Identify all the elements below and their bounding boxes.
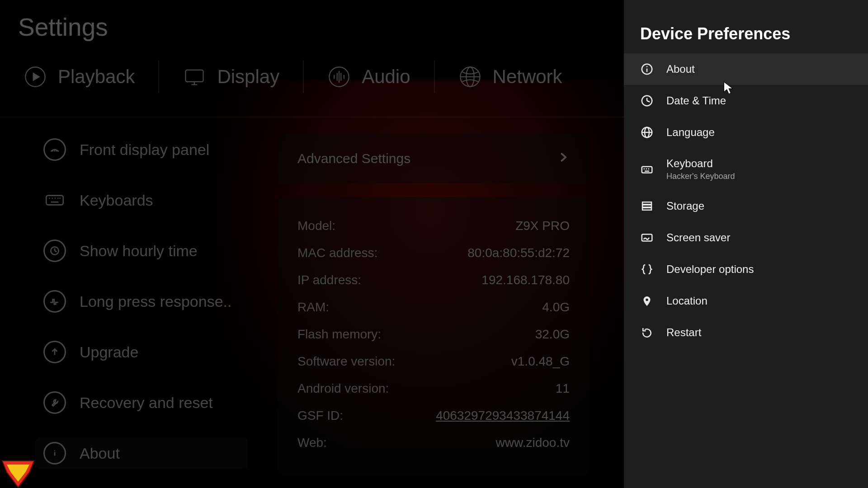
info-label: IP address:	[297, 273, 361, 287]
info-value: 192.168.178.80	[481, 273, 570, 287]
drawer-item-date-time[interactable]: Date & Time	[624, 85, 868, 117]
info-value: Z9X PRO	[515, 219, 570, 233]
sidebar-item-label: About	[80, 445, 120, 462]
clock-icon	[640, 94, 654, 108]
chevron-right-icon	[556, 150, 570, 167]
drawer-item-restart[interactable]: Restart	[624, 317, 868, 348]
location-icon	[640, 294, 654, 308]
sidebar-item-label: Show hourly time	[80, 242, 198, 260]
info-value: www.zidoo.tv	[496, 436, 570, 450]
info-row-ip: IP address: 192.168.178.80	[297, 267, 570, 294]
advanced-settings-label: Advanced Settings	[297, 151, 410, 166]
drawer-item-location[interactable]: Location	[624, 285, 868, 317]
drawer-item-about[interactable]: About	[624, 53, 868, 85]
advanced-settings-row[interactable]: Advanced Settings	[278, 134, 590, 183]
svg-point-48	[646, 299, 648, 301]
tab-display[interactable]: Display	[158, 61, 303, 93]
device-preferences-drawer: Device Preferences About Date & Time Lan…	[624, 0, 868, 488]
sidebar-item-label: Upgrade	[80, 343, 138, 361]
page-title: Settings	[18, 13, 108, 42]
settings-sidebar: Front display panel Keyboards Show hourl…	[35, 134, 248, 469]
wrench-icon	[43, 391, 66, 414]
svg-rect-39	[642, 166, 652, 173]
drawer-item-label: Screen saver	[666, 231, 730, 244]
globe-icon	[640, 126, 654, 139]
info-value: v1.0.48_G	[511, 354, 570, 369]
tab-label: Display	[217, 66, 279, 88]
info-label: GSF ID:	[297, 408, 343, 423]
svg-point-29	[54, 450, 56, 451]
keyboard-icon	[43, 189, 66, 211]
tabs-underline	[0, 117, 624, 117]
info-value: 4.0G	[542, 300, 570, 314]
display-icon	[183, 65, 206, 89]
info-row-mac: MAC address: 80:0a:80:55:d2:72	[297, 239, 570, 267]
drawer-item-language[interactable]: Language	[624, 117, 868, 148]
screensaver-icon	[640, 231, 654, 244]
drawer-item-sublabel: Hacker's Keyboard	[666, 172, 735, 181]
svg-rect-45	[642, 205, 651, 207]
tab-playback[interactable]: Playback	[0, 61, 158, 93]
globe-icon	[458, 65, 482, 89]
sidebar-item-recovery-and-reset[interactable]: Recovery and reset	[35, 387, 248, 418]
info-row-model: Model: Z9X PRO	[297, 212, 570, 239]
info-label: MAC address:	[297, 246, 377, 260]
drawer-item-label: Keyboard	[666, 157, 735, 170]
drawer-item-label: Restart	[666, 326, 701, 339]
settings-tabs: Playback Display Audio Network	[0, 54, 624, 99]
sidebar-item-label: Front display panel	[80, 141, 209, 159]
info-row-ram: RAM: 4.0G	[297, 294, 570, 321]
svg-rect-47	[642, 235, 652, 241]
tab-network[interactable]: Network	[434, 61, 586, 93]
drawer-item-label: Language	[666, 126, 715, 139]
info-label: Android version:	[297, 381, 389, 396]
keyboard-icon	[640, 163, 654, 176]
info-row-gsf-id: GSF ID: 4063297293433874144	[297, 402, 570, 429]
sidebar-item-keyboards[interactable]: Keyboards	[35, 184, 248, 216]
drawer-title: Device Preferences	[624, 24, 868, 53]
drawer-item-developer-options[interactable]: Developer options	[624, 253, 868, 285]
drawer-item-keyboard[interactable]: Keyboard Hacker's Keyboard	[624, 148, 868, 190]
info-value: 32.0G	[535, 327, 570, 342]
info-value: 11	[556, 381, 570, 396]
audio-icon	[327, 65, 351, 89]
info-icon	[43, 442, 66, 465]
sidebar-item-long-press-response[interactable]: Long press response..	[35, 286, 248, 317]
drawer-item-label: Date & Time	[666, 94, 726, 107]
sidebar-item-label: Long press response..	[80, 293, 231, 310]
svg-point-32	[646, 66, 648, 67]
sidebar-item-about[interactable]: About	[35, 437, 248, 469]
svg-marker-1	[33, 72, 40, 81]
tab-label: Network	[493, 66, 562, 88]
app-logo-icon	[0, 456, 36, 488]
braces-icon	[640, 263, 654, 276]
sidebar-item-front-display-panel[interactable]: Front display panel	[35, 134, 248, 165]
sidebar-item-show-hourly-time[interactable]: Show hourly time	[35, 235, 248, 267]
info-row-android-version: Android version: 11	[297, 375, 570, 402]
info-value-link[interactable]: 4063297293433874144	[436, 408, 570, 423]
svg-rect-17	[46, 196, 63, 205]
info-label: Model:	[297, 219, 335, 233]
info-value: 80:0a:80:55:d2:72	[467, 246, 570, 260]
tab-audio[interactable]: Audio	[303, 61, 434, 93]
restart-icon	[640, 326, 654, 339]
info-row-flash: Flash memory: 32.0G	[297, 321, 570, 348]
panel-icon	[43, 138, 66, 161]
info-icon	[640, 62, 654, 76]
svg-rect-2	[186, 70, 203, 82]
info-row-software-version: Software version: v1.0.48_G	[297, 348, 570, 375]
upgrade-icon	[43, 341, 66, 363]
drawer-item-storage[interactable]: Storage	[624, 190, 868, 222]
clock-icon	[43, 239, 66, 262]
svg-rect-46	[642, 208, 651, 210]
storage-icon	[640, 199, 654, 213]
sidebar-item-label: Recovery and reset	[80, 394, 213, 412]
drawer-item-label: Developer options	[666, 263, 754, 276]
drawer-item-screen-saver[interactable]: Screen saver	[624, 222, 868, 253]
drawer-item-label: About	[666, 63, 695, 75]
tab-label: Audio	[362, 66, 410, 88]
info-label: Software version:	[297, 354, 395, 369]
drawer-item-label: Storage	[666, 200, 704, 212]
sidebar-item-upgrade[interactable]: Upgrade	[35, 336, 248, 368]
play-icon	[24, 65, 47, 89]
